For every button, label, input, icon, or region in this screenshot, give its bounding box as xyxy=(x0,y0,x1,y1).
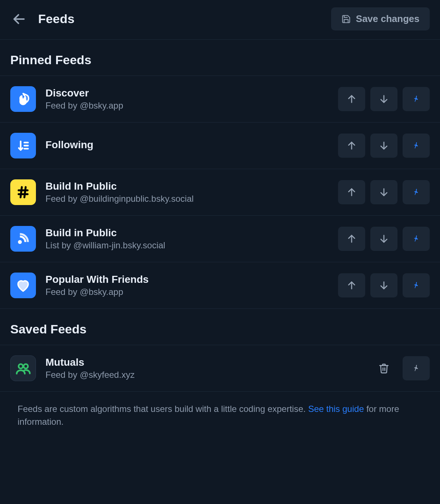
feed-text: Build In Public Feed by @buildinginpubli… xyxy=(45,180,194,204)
move-down-button[interactable] xyxy=(370,227,397,251)
sort-icon xyxy=(16,138,30,153)
feed-actions xyxy=(338,273,430,297)
move-up-button[interactable] xyxy=(338,227,365,251)
footer-note: Feeds are custom algorithms that users b… xyxy=(0,392,440,443)
feed-subtitle: List by @william-jin.bsky.social xyxy=(45,240,165,251)
move-down-button[interactable] xyxy=(370,87,397,111)
arrow-up-icon xyxy=(346,187,357,197)
feed-actions xyxy=(338,134,430,158)
move-up-button[interactable] xyxy=(338,87,365,111)
feed-left: Following xyxy=(10,133,94,158)
page-header: Feeds Save changes xyxy=(0,0,440,40)
move-up-button[interactable] xyxy=(338,273,365,297)
feed-subtitle: Feed by @bsky.app xyxy=(45,287,148,297)
saved-feed-row: Mutuals Feed by @skyfeed.xyz xyxy=(0,345,440,392)
arrow-up-icon xyxy=(346,234,357,244)
pinned-feed-row: Popular With Friends Feed by @bsky.app xyxy=(0,262,440,309)
arrow-down-icon xyxy=(379,140,389,151)
page-title: Feeds xyxy=(38,12,74,26)
feed-avatar-build-in-public-hash[interactable] xyxy=(10,179,36,205)
feed-name[interactable]: Discover xyxy=(45,87,123,99)
feed-subtitle: Feed by @bsky.app xyxy=(45,101,123,111)
pin-icon xyxy=(412,141,421,150)
feed-avatar-following[interactable] xyxy=(10,133,36,158)
arrow-down-icon xyxy=(379,187,389,197)
arrow-up-icon xyxy=(346,280,357,291)
feed-actions xyxy=(338,227,430,251)
pin-icon xyxy=(412,364,421,373)
feed-avatar-mutuals[interactable] xyxy=(10,355,36,381)
arrow-up-icon xyxy=(346,94,357,104)
move-up-button[interactable] xyxy=(338,180,365,204)
pinned-feed-row: Build In Public Feed by @buildinginpubli… xyxy=(0,169,440,216)
pinned-feed-row: Discover Feed by @bsky.app xyxy=(0,76,440,123)
svg-point-21 xyxy=(23,364,28,369)
delete-button[interactable] xyxy=(370,356,397,380)
arrow-down-icon xyxy=(379,94,389,104)
feed-avatar-discover[interactable] xyxy=(10,86,36,112)
pin-icon xyxy=(412,281,421,290)
footer-text-before: Feeds are custom algorithms that users b… xyxy=(18,404,308,414)
feed-name[interactable]: Following xyxy=(45,139,94,151)
feed-text: Discover Feed by @bsky.app xyxy=(45,87,123,111)
feed-left: Build In Public Feed by @buildinginpubli… xyxy=(10,179,194,205)
feed-avatar-popular-with-friends[interactable] xyxy=(10,273,36,298)
svg-point-20 xyxy=(19,364,23,369)
footer-guide-link[interactable]: See this guide xyxy=(308,404,364,414)
arrow-up-icon xyxy=(346,140,357,151)
saved-section-title: Saved Feeds xyxy=(0,309,440,345)
svg-line-11 xyxy=(21,187,22,197)
pin-icon xyxy=(412,95,421,103)
pinned-section-title: Pinned Feeds xyxy=(0,40,440,76)
svg-line-12 xyxy=(25,187,26,197)
feed-left: Popular With Friends Feed by @bsky.app xyxy=(10,273,148,298)
users-icon xyxy=(15,360,31,376)
pin-button[interactable] xyxy=(403,227,430,251)
pin-button[interactable] xyxy=(403,87,430,111)
arrow-down-icon xyxy=(379,280,389,291)
save-changes-button[interactable]: Save changes xyxy=(331,7,430,30)
feed-text: Build in Public List by @william-jin.bsk… xyxy=(45,227,165,251)
feed-left: Mutuals Feed by @skyfeed.xyz xyxy=(10,355,135,381)
feed-actions xyxy=(370,356,430,380)
save-icon xyxy=(341,14,351,24)
back-button[interactable] xyxy=(10,10,28,28)
feed-name[interactable]: Popular With Friends xyxy=(45,274,148,285)
feed-text: Mutuals Feed by @skyfeed.xyz xyxy=(45,357,135,380)
svg-point-15 xyxy=(18,240,22,244)
move-down-button[interactable] xyxy=(370,134,397,158)
pinned-feed-row: Build in Public List by @william-jin.bsk… xyxy=(0,215,440,262)
header-left: Feeds xyxy=(10,10,74,28)
feed-text: Following xyxy=(45,139,94,152)
feed-subtitle: Feed by @skyfeed.xyz xyxy=(45,370,135,380)
feed-left: Build in Public List by @william-jin.bsk… xyxy=(10,226,165,252)
feed-actions xyxy=(338,87,430,111)
feed-subtitle: Feed by @buildinginpublic.bsky.social xyxy=(45,194,194,204)
feed-name[interactable]: Mutuals xyxy=(45,357,135,368)
feed-left: Discover Feed by @bsky.app xyxy=(10,86,123,112)
move-down-button[interactable] xyxy=(370,180,397,204)
feed-avatar-build-in-public-list[interactable] xyxy=(10,226,36,252)
feed-actions xyxy=(338,180,430,204)
pin-icon xyxy=(412,188,421,197)
flame-icon xyxy=(16,92,30,106)
pin-button[interactable] xyxy=(403,273,430,297)
pin-button[interactable] xyxy=(403,180,430,204)
save-button-label: Save changes xyxy=(356,13,419,25)
pinned-feed-row: Following xyxy=(0,122,440,169)
feed-name[interactable]: Build In Public xyxy=(45,180,194,192)
pin-button[interactable] xyxy=(403,356,430,380)
pin-icon xyxy=(412,234,421,243)
move-down-button[interactable] xyxy=(370,273,397,297)
hash-icon xyxy=(15,185,31,200)
trash-icon xyxy=(378,363,389,374)
move-up-button[interactable] xyxy=(338,134,365,158)
arrow-left-icon xyxy=(12,12,26,26)
feed-name[interactable]: Build in Public xyxy=(45,227,165,239)
satellite-icon xyxy=(15,231,31,246)
heart-icon xyxy=(15,278,31,293)
pin-button[interactable] xyxy=(403,134,430,158)
arrow-down-icon xyxy=(379,234,389,244)
feed-text: Popular With Friends Feed by @bsky.app xyxy=(45,274,148,297)
